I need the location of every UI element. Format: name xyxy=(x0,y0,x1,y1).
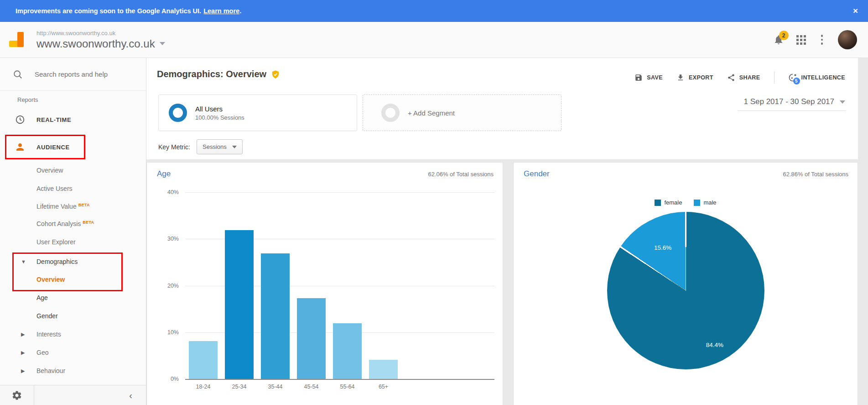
pie-slice-label-male: 15.6% xyxy=(654,244,671,251)
triangle-right-icon: ▶ xyxy=(21,368,25,374)
gender-legend: female male xyxy=(514,199,858,206)
sidebar-item-age[interactable]: Age xyxy=(0,289,146,307)
sidebar-item-lifetime-value[interactable]: Lifetime ValueBETA xyxy=(0,197,146,216)
legend-item-female: female xyxy=(655,199,682,206)
sidebar-item-interests[interactable]: ▶ Interests xyxy=(0,325,146,343)
overflow-menu-button[interactable] xyxy=(818,34,826,46)
search-row[interactable] xyxy=(0,58,146,91)
gender-panel: Gender 62.86% of Total sessions female m… xyxy=(513,162,858,405)
key-metric-label: Key Metric: xyxy=(158,143,190,151)
age-bar-55-64[interactable] xyxy=(333,323,362,379)
key-metric-dropdown[interactable]: Sessions xyxy=(197,139,243,154)
legend-item-male: male xyxy=(694,199,716,206)
segment-all-users[interactable]: All Users 100.00% Sessions xyxy=(158,95,357,131)
sidebar-item-audience-overview[interactable]: Overview xyxy=(0,161,146,179)
page-title: Demographics: Overview xyxy=(157,69,266,79)
y-tick-label: 40% xyxy=(157,189,179,195)
y-tick-label: 10% xyxy=(157,329,179,336)
intelligence-button[interactable]: 5 INTELLIGENCE xyxy=(788,73,845,82)
age-bar-25-34[interactable] xyxy=(225,230,254,379)
intelligence-icon: 5 xyxy=(788,73,797,82)
x-tick-label: 25-34 xyxy=(221,384,257,390)
beta-tag: BETA xyxy=(83,220,94,225)
gender-panel-subtitle: 62.86% of Total sessions xyxy=(783,169,848,178)
male-swatch-icon xyxy=(694,200,700,206)
share-button[interactable]: SHARE xyxy=(727,74,760,82)
admin-settings-button[interactable] xyxy=(0,385,34,405)
sidebar-item-cohort-analysis[interactable]: Cohort AnalysisBETA xyxy=(0,215,146,233)
download-export-icon xyxy=(676,74,685,82)
x-tick-label: 35-44 xyxy=(257,384,293,390)
apps-grid-button[interactable] xyxy=(796,35,806,45)
main-content: Demographics: Overview SAVE EXPORT SHARE xyxy=(146,58,858,405)
search-icon xyxy=(13,69,23,79)
x-tick-label: 65+ xyxy=(365,384,401,390)
sidebar-item-behaviour[interactable]: ▶ Behaviour xyxy=(0,362,146,380)
export-button[interactable]: EXPORT xyxy=(676,74,713,82)
age-panel-title[interactable]: Age xyxy=(157,169,171,179)
chevron-down-icon xyxy=(160,42,165,45)
female-swatch-icon xyxy=(655,200,661,206)
sidebar-item-demographics[interactable]: ▼ Demographics xyxy=(0,252,146,271)
sidebar-item-demographics-overview[interactable]: Overview xyxy=(0,270,146,289)
account-selector[interactable]: www.swoonworthy.co.uk xyxy=(36,37,165,50)
sidebar-footer: ‹ xyxy=(0,385,146,405)
report-header-card: Demographics: Overview SAVE EXPORT SHARE xyxy=(146,58,858,159)
age-panel-subtitle: 62.06% of Total sessions xyxy=(428,169,494,178)
x-axis-baseline: 0% xyxy=(185,379,494,380)
triangle-down-icon: ▼ xyxy=(21,259,26,264)
segment-name: All Users xyxy=(195,105,244,113)
google-analytics-logo-icon xyxy=(9,32,25,47)
chevron-down-icon xyxy=(840,100,845,104)
gender-pie-chart[interactable]: 84.4%15.6% xyxy=(607,212,764,369)
announcement-banner: Improvements are coming soon to the Goog… xyxy=(0,0,868,22)
banner-suffix: . xyxy=(239,7,241,15)
share-icon xyxy=(727,74,735,82)
sidebar-item-gender[interactable]: Gender xyxy=(0,307,146,325)
banner-close-icon[interactable]: × xyxy=(853,6,858,16)
sidebar-item-user-explorer[interactable]: User Explorer xyxy=(0,233,146,251)
reports-section-label: Reports xyxy=(17,96,38,103)
beta-tag: BETA xyxy=(78,203,90,207)
person-icon xyxy=(15,142,26,153)
add-segment-button[interactable]: + Add Segment xyxy=(363,95,561,131)
sidebar-item-geo[interactable]: ▶ Geo xyxy=(0,343,146,362)
age-bar-35-44[interactable] xyxy=(261,253,290,379)
triangle-right-icon: ▶ xyxy=(21,350,25,356)
x-tick-label: 45-54 xyxy=(293,384,329,390)
date-range-selector[interactable]: 1 Sep 2017 - 30 Sep 2017 xyxy=(738,97,847,111)
segment-detail: 100.00% Sessions xyxy=(195,114,244,121)
sidebar-collapse-button[interactable]: ‹ xyxy=(129,385,132,405)
notification-count-badge: 2 xyxy=(779,31,789,40)
banner-message: Improvements are coming soon to the Goog… xyxy=(16,7,201,15)
page-scroll-gutter[interactable] xyxy=(858,58,868,405)
sidebar-item-active-users[interactable]: Active Users xyxy=(0,179,146,198)
y-tick-label: 20% xyxy=(157,283,179,289)
x-tick-label: 18-24 xyxy=(185,384,221,390)
x-tick-label: 55-64 xyxy=(329,384,365,390)
notifications-button[interactable]: 2 xyxy=(773,34,784,45)
learn-more-link[interactable]: Learn more xyxy=(203,7,239,15)
pie-slice-label-female: 84.4% xyxy=(706,342,723,348)
chevron-down-icon xyxy=(232,146,237,148)
intelligence-badge: 5 xyxy=(793,78,800,84)
gear-icon xyxy=(11,390,22,401)
save-button[interactable]: SAVE xyxy=(634,74,663,82)
clock-icon xyxy=(15,114,26,125)
y-tick-label: 30% xyxy=(157,236,179,242)
sidebar-item-realtime[interactable]: REAL-TIME xyxy=(0,110,146,129)
property-url: http://www.swoonworthy.co.uk xyxy=(36,30,165,37)
age-bar-chart: 40%30%20%10%0%18-2425-3435-4445-5455-646… xyxy=(185,192,494,379)
age-panel: Age 62.06% of Total sessions 40%30%20%10… xyxy=(146,162,503,405)
sidebar-item-audience[interactable]: AUDIENCE xyxy=(0,138,146,156)
age-bar-45-54[interactable] xyxy=(297,298,326,379)
gender-panel-title[interactable]: Gender xyxy=(524,169,550,179)
sidebar: Reports REAL-TIME AUDIENCE Overview Acti… xyxy=(0,58,146,405)
segment-donut-icon xyxy=(169,104,187,122)
user-avatar[interactable] xyxy=(838,30,857,49)
age-bar-18-24[interactable] xyxy=(189,341,218,379)
age-bar-65+[interactable] xyxy=(369,360,398,379)
actions-divider xyxy=(774,72,774,84)
search-input[interactable] xyxy=(35,70,135,78)
floppy-save-icon xyxy=(634,74,643,82)
